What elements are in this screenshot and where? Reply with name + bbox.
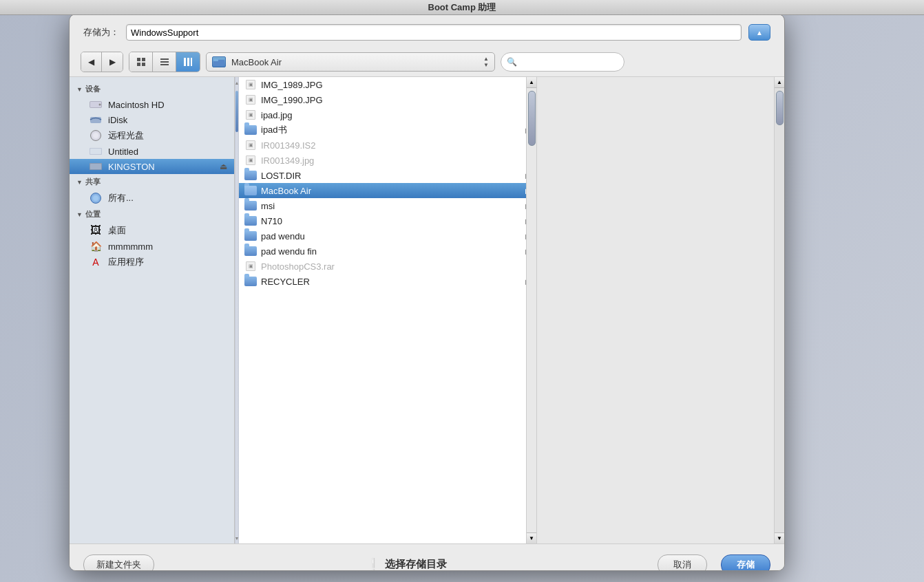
scroll-thumb[interactable] [528, 91, 536, 146]
sidebar-section-shared-label: 共享 [85, 177, 101, 187]
svg-rect-7 [184, 58, 186, 66]
sidebar-item-untitled-label: Untitled [108, 147, 138, 157]
column-view-button[interactable] [176, 52, 200, 72]
file-item-lost-dir[interactable]: LOST.DIR ▶ [239, 168, 536, 183]
triangle-icon-devices: ▼ [76, 86, 83, 93]
sidebar-item-remote-disk[interactable]: 远程光盘 [70, 127, 234, 144]
svg-rect-1 [142, 58, 145, 61]
save-as-row: 存储为： ▲ [70, 14, 784, 47]
idisk-icon [89, 114, 103, 125]
file-item-img1990[interactable]: ▣ IMG_1990.JPG [239, 92, 536, 107]
file-item-photoshop-rar[interactable]: ▣ PhotoshopCS3.rar [239, 259, 536, 274]
file-list-scrollbar: ▲ ▼ [526, 77, 536, 543]
save-as-label: 存储为： [83, 26, 119, 39]
main-content: ▼ 设备 Macintosh HD iDisk 远程光盘 [70, 77, 784, 543]
file-item-pad-wendu[interactable]: pad wendu ▶ [239, 228, 536, 244]
file-name-lost-dir: LOST.DIR [261, 171, 521, 181]
right-scroll-thumb[interactable] [776, 91, 784, 125]
warning-message: ❕ 选择存储目录 [168, 557, 644, 572]
cancel-button[interactable]: 取消 [658, 554, 707, 572]
file-item-macbook-air[interactable]: MacBook Air ▶ [239, 183, 536, 198]
folder-icon [244, 231, 257, 241]
location-dropdown[interactable]: MacBook Air ▲ ▼ [206, 52, 495, 72]
file-name-ipad-folder: ipad书 [261, 124, 521, 136]
folder-icon [244, 277, 257, 286]
save-button[interactable]: 存储 [721, 554, 770, 572]
file-item-n710[interactable]: N710 ▶ [239, 213, 536, 228]
file-name-n710: N710 [261, 216, 521, 226]
warning-icon: ❕ [366, 557, 381, 572]
expand-button[interactable]: ▲ [748, 24, 770, 41]
file-name-pad-wendu: pad wendu [261, 231, 521, 241]
sidebar-item-remote-disk-label: 远程光盘 [108, 129, 144, 142]
svg-rect-3 [142, 63, 145, 66]
file-item-recycler[interactable]: RECYCLER ▶ [239, 274, 536, 289]
sidebar-item-apps-label: 应用程序 [108, 256, 144, 268]
file-item-msi[interactable]: msi ▶ [239, 198, 536, 213]
navigation-buttons: ◀ ▶ [81, 52, 123, 72]
location-label: MacBook Air [231, 57, 478, 67]
right-panel: ▲ ▼ [536, 77, 784, 543]
globe-icon [89, 193, 103, 204]
file-icon: ▣ [244, 140, 257, 150]
sidebar-item-desktop[interactable]: 🖼 桌面 [70, 222, 234, 239]
file-name-ipad-jpg: ipad.jpg [261, 110, 531, 120]
right-scroll-down[interactable]: ▼ [775, 532, 785, 543]
scroll-down-button[interactable]: ▼ [527, 532, 537, 543]
file-item-ir001349-is2[interactable]: ▣ IR001349.IS2 [239, 138, 536, 153]
title-bar: Boot Camp 助理 [0, 0, 924, 15]
folder-icon [244, 246, 257, 256]
eject-icon[interactable]: ⏏ [220, 162, 227, 171]
file-icon: ▣ [244, 261, 257, 271]
scroll-up-button[interactable]: ▲ [527, 77, 537, 88]
triangle-icon-shared: ▼ [76, 179, 83, 186]
sidebar-scroll-thumb[interactable] [235, 91, 238, 132]
new-folder-button[interactable]: 新建文件夹 [83, 554, 154, 572]
sidebar-item-apps[interactable]: A 应用程序 [70, 254, 234, 270]
icon-view-button[interactable] [129, 52, 153, 72]
right-scroll-up[interactable]: ▲ [775, 77, 785, 88]
file-item-ir001349-jpg[interactable]: ▣ IR001349.jpg [239, 153, 536, 168]
file-name-img1990: IMG_1990.JPG [261, 95, 531, 105]
svg-rect-19 [90, 164, 101, 169]
sidebar-section-devices-label: 设备 [85, 84, 101, 94]
save-as-input[interactable] [126, 24, 742, 41]
file-item-ipad-folder[interactable]: ipad书 ▶ [239, 122, 536, 138]
warning-text: 选择存储目录 [385, 558, 447, 571]
svg-rect-5 [160, 61, 169, 63]
sidebar-section-devices: ▼ 设备 [70, 81, 234, 97]
apps-icon: A [89, 257, 103, 268]
image-icon: ▣ [244, 95, 257, 105]
sidebar-item-home-label: mmmmmm [108, 241, 153, 252]
right-panel-scrollbar: ▲ ▼ [774, 77, 784, 543]
sidebar-item-all[interactable]: 所有... [70, 190, 234, 206]
sidebar-item-desktop-label: 桌面 [108, 224, 126, 237]
dialog-window: 存储为： ▲ ◀ ▶ [69, 14, 785, 571]
list-view-button[interactable] [153, 52, 176, 72]
svg-rect-2 [137, 63, 140, 66]
svg-rect-0 [137, 58, 140, 61]
image-icon: ▣ [244, 110, 257, 120]
sidebar-section-places-label: 位置 [85, 209, 101, 219]
sidebar-item-all-label: 所有... [108, 192, 134, 204]
svg-rect-11 [213, 59, 218, 61]
location-folder-icon [212, 56, 226, 67]
app-title: Boot Camp 助理 [428, 1, 496, 14]
file-item-ipad-jpg[interactable]: ▣ ipad.jpg [239, 107, 536, 122]
svg-rect-4 [160, 58, 169, 60]
forward-button[interactable]: ▶ [102, 52, 123, 72]
back-button[interactable]: ◀ [81, 52, 102, 72]
svg-point-14 [99, 104, 101, 106]
sidebar-item-home[interactable]: 🏠 mmmmmm [70, 239, 234, 254]
file-item-img1989[interactable]: ▣ IMG_1989.JPG [239, 77, 536, 92]
cd-icon [89, 130, 103, 141]
sidebar-item-macintosh-hd[interactable]: Macintosh HD [70, 97, 234, 112]
search-box[interactable]: 🔍 [501, 52, 624, 72]
sidebar-item-idisk[interactable]: iDisk [70, 112, 234, 127]
folder-icon [244, 171, 257, 180]
file-list[interactable]: ▣ IMG_1989.JPG ▣ IMG_1990.JPG ▣ ipad.jpg… [239, 77, 536, 543]
sidebar-item-macintosh-hd-label: Macintosh HD [108, 100, 165, 110]
sidebar-item-untitled[interactable]: Untitled [70, 144, 234, 159]
file-item-pad-wendu-fin[interactable]: pad wendu fin ▶ [239, 244, 536, 259]
sidebar-item-kingston[interactable]: KINGSTON ⏏ [70, 159, 234, 174]
